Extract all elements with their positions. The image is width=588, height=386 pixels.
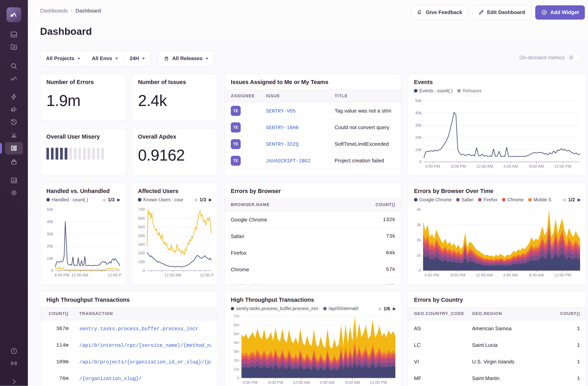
misery-bar bbox=[65, 148, 67, 159]
legend-label: Google Chrome bbox=[419, 197, 452, 203]
legend-handled[interactable]: Handled : count( ) bbox=[46, 197, 88, 203]
pager-prev-icon[interactable]: ◀ bbox=[102, 197, 105, 202]
sidebar-item-whats-new[interactable] bbox=[0, 357, 28, 370]
legend-api-internal[interactable]: /api/0/internal/r bbox=[323, 306, 359, 311]
sidebar-item-help[interactable]: ? bbox=[0, 345, 28, 358]
legend-firefox[interactable]: Firefox bbox=[478, 197, 498, 203]
breadcrumb-dashboard[interactable]: Dashboard bbox=[75, 8, 101, 14]
svg-text:3k: 3k bbox=[417, 223, 421, 227]
pager-next-icon[interactable]: ▶ bbox=[578, 197, 581, 202]
release-filter[interactable]: All Releases bbox=[158, 51, 214, 66]
sidebar-item-stats[interactable] bbox=[0, 174, 28, 187]
add-widget-label: Add Widget bbox=[550, 9, 579, 15]
col-count[interactable]: COUNT() bbox=[46, 311, 79, 316]
edit-dashboard-button[interactable]: Edit Dashboard bbox=[472, 5, 531, 19]
table-header: ASSIGNEE ISSUE TITLE bbox=[225, 89, 401, 103]
transaction-link[interactable]: /api/0/internal/rpc/{service_name}/{meth… bbox=[79, 343, 211, 348]
breadcrumb-dashboards[interactable]: Dashboards bbox=[40, 8, 68, 14]
txn-count: 367m bbox=[46, 326, 79, 332]
browser-count: 132k bbox=[360, 217, 395, 223]
handled-line-chart: 010k20k30k40k50k4:00 PM12:00 AM12:00 P bbox=[42, 207, 123, 278]
legend-process-incr[interactable]: sentry.tasks.process_buffer.process_incr bbox=[231, 306, 319, 311]
errors-big-number: 1.9m bbox=[40, 85, 126, 110]
pager-next-icon[interactable]: ▶ bbox=[117, 197, 120, 202]
sidebar-item-feedback[interactable] bbox=[0, 103, 28, 116]
svg-text:4:00 PM: 4:00 PM bbox=[425, 164, 440, 168]
on-demand-metrics-toggle[interactable] bbox=[568, 54, 580, 61]
col-count[interactable]: COUNT() bbox=[360, 202, 395, 207]
svg-text:1k: 1k bbox=[417, 253, 421, 257]
legend-dot bbox=[456, 198, 460, 201]
legend-google-chrome[interactable]: Google Chrome bbox=[414, 197, 452, 203]
svg-text:12:00 AM: 12:00 AM bbox=[476, 164, 493, 168]
sidebar-item-alerts[interactable] bbox=[0, 129, 28, 142]
legend-chrome[interactable]: Chrome bbox=[502, 197, 524, 203]
col-issue[interactable]: ISSUE bbox=[266, 93, 335, 98]
table-row: 367m sentry.tasks.process_buffer.process… bbox=[40, 320, 217, 337]
throughput-table: COUNT() TRANSACTION 367m sentry.tasks.pr… bbox=[40, 307, 217, 386]
sidebar-collapse-button[interactable] bbox=[0, 375, 28, 386]
sidebar-item-releases[interactable] bbox=[0, 155, 28, 168]
issue-link[interactable]: SENTRY-16H8 bbox=[266, 125, 299, 131]
dashboards-icon bbox=[10, 144, 18, 152]
pager-prev-icon[interactable]: ◀ bbox=[378, 306, 381, 311]
svg-text:200: 200 bbox=[138, 251, 145, 255]
widget-title: Errors by Country bbox=[408, 292, 586, 303]
svg-text:0: 0 bbox=[237, 376, 239, 380]
legend-mobile-safari[interactable]: Mobile S bbox=[528, 197, 551, 203]
svg-text:7m: 7m bbox=[233, 314, 239, 318]
add-widget-button[interactable]: Add Widget bbox=[535, 5, 585, 19]
svg-text:300: 300 bbox=[138, 242, 145, 247]
transaction-link[interactable]: sentry.tasks.process_buffer.process_incr bbox=[79, 326, 198, 332]
project-filter[interactable]: All Projects bbox=[40, 51, 86, 66]
sidebar-item-replays[interactable] bbox=[0, 116, 28, 129]
misery-bar bbox=[56, 148, 58, 159]
table-row: LC Saint Lucia 1 bbox=[408, 337, 586, 354]
col-browser-name[interactable]: BROWSER.NAME bbox=[231, 202, 360, 207]
sidebar-item-performance[interactable] bbox=[0, 72, 28, 85]
col-region[interactable]: GEO.REGION bbox=[472, 311, 557, 316]
chart-legend: Google Chrome Safari Firefox Chrome Mobi… bbox=[408, 194, 586, 203]
issue-link[interactable]: SENTRY-32ZQ bbox=[266, 142, 299, 147]
issue-link[interactable]: SENTRY-VD5 bbox=[266, 108, 296, 114]
misery-bar bbox=[51, 148, 54, 159]
svg-text:4k: 4k bbox=[417, 207, 421, 212]
table-row: TE SENTRY-16H8 Could not convert query bbox=[225, 119, 401, 136]
release-filter-label: All Releases bbox=[172, 55, 203, 62]
issue-link[interactable]: JAVASCRIPT-1BG2 bbox=[266, 158, 311, 164]
pager-next-icon[interactable]: ▶ bbox=[393, 306, 396, 311]
on-demand-metrics: On-demand metrics bbox=[519, 54, 580, 61]
legend-dot bbox=[528, 198, 531, 201]
active-accent-bar bbox=[0, 143, 2, 154]
pager-prev-icon[interactable]: ◀ bbox=[194, 197, 197, 202]
legend-releases[interactable]: Releases bbox=[457, 88, 482, 93]
give-feedback-button[interactable]: Give Feedback bbox=[411, 5, 468, 19]
pager-next-icon[interactable]: ▶ bbox=[209, 197, 212, 202]
transaction-link[interactable]: /{organization_slug}/ bbox=[79, 376, 142, 382]
col-count[interactable]: COUNT() bbox=[557, 311, 580, 316]
releases-archive-icon bbox=[10, 158, 18, 166]
pager-label: 1/3 bbox=[200, 197, 206, 203]
environment-filter[interactable]: All Envs bbox=[86, 51, 124, 66]
col-title[interactable]: TITLE bbox=[335, 93, 395, 98]
sidebar-item-dashboards[interactable] bbox=[0, 142, 28, 155]
legend-events[interactable]: Events : count( ) bbox=[414, 88, 453, 93]
legend-safari[interactable]: Safari bbox=[456, 197, 474, 203]
sentry-logo[interactable] bbox=[6, 7, 21, 22]
widget-errors-by-browser: Errors by Browser BROWSER.NAME COUNT() G… bbox=[224, 182, 401, 285]
series-pager: ◀ 1/2 ▶ bbox=[562, 197, 581, 203]
col-transaction[interactable]: TRANSACTION bbox=[79, 311, 211, 316]
legend-known-users[interactable]: Known Users : cour bbox=[138, 197, 183, 203]
issue-title: Tag value was not a strin bbox=[335, 108, 395, 114]
sidebar-item-settings[interactable] bbox=[0, 186, 28, 200]
svg-text:4:00 AM: 4:00 AM bbox=[320, 380, 334, 385]
pager-prev-icon[interactable]: ◀ bbox=[562, 197, 566, 202]
transaction-link[interactable]: /api/0/projects/{organization_id_or_slug… bbox=[79, 359, 211, 365]
col-country-code[interactable]: GEO.COUNTRY_CODE bbox=[414, 311, 472, 316]
sidebar-item-explore[interactable] bbox=[0, 60, 28, 72]
date-range-filter[interactable]: 24H bbox=[124, 51, 150, 66]
sidebar-item-quick-start[interactable] bbox=[0, 90, 28, 103]
sidebar-item-projects[interactable] bbox=[0, 41, 28, 54]
sidebar-item-issues[interactable] bbox=[0, 28, 28, 41]
col-assignee[interactable]: ASSIGNEE bbox=[231, 93, 266, 98]
